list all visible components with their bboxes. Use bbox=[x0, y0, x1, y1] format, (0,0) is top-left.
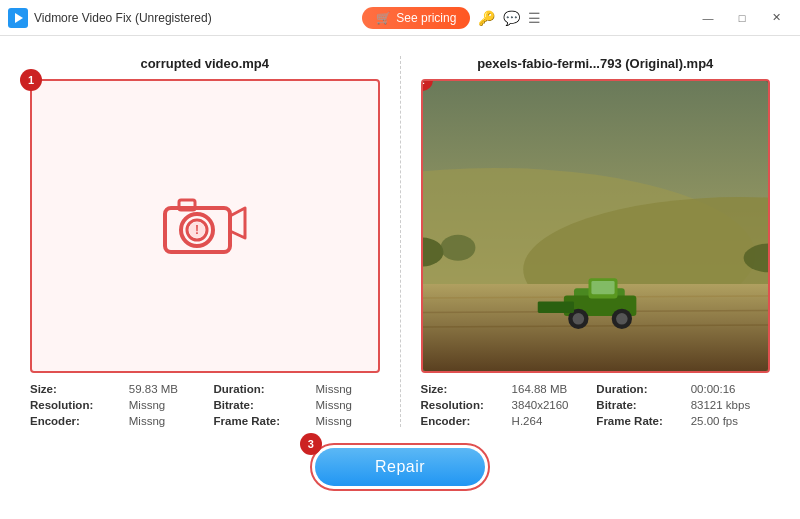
left-size-label: Size: bbox=[30, 383, 121, 395]
titlebar-left: Vidmore Video Fix (Unregistered) bbox=[8, 8, 212, 28]
titlebar: Vidmore Video Fix (Unregistered) 🛒 See p… bbox=[0, 0, 800, 36]
main-content: corrupted video.mp4 1 ! bbox=[0, 36, 800, 519]
right-panel: pexels-fabio-fermi...793 (Original).mp4 … bbox=[400, 56, 771, 427]
cart-icon: 🛒 bbox=[376, 11, 391, 25]
left-resolution-label: Resolution: bbox=[30, 399, 121, 411]
menu-icon[interactable]: ☰ bbox=[528, 10, 541, 26]
right-framerate-label: Frame Rate: bbox=[596, 415, 682, 427]
right-panel-title: pexels-fabio-fermi...793 (Original).mp4 bbox=[421, 56, 771, 71]
right-bitrate-value: 83121 kbps bbox=[691, 399, 770, 411]
right-framerate-value: 25.00 fps bbox=[691, 415, 770, 427]
key-icon[interactable]: 🔑 bbox=[478, 10, 495, 26]
panels-row: corrupted video.mp4 1 ! bbox=[30, 56, 770, 427]
right-resolution-value: 3840x2160 bbox=[512, 399, 589, 411]
svg-rect-5 bbox=[179, 200, 195, 210]
left-framerate-value: Missng bbox=[316, 415, 380, 427]
pricing-label: See pricing bbox=[396, 11, 456, 25]
restore-button[interactable]: □ bbox=[726, 4, 758, 32]
right-encoder-value: H.264 bbox=[512, 415, 589, 427]
svg-rect-24 bbox=[537, 301, 573, 313]
left-encoder-value: Missng bbox=[129, 415, 206, 427]
left-bitrate-value: Missng bbox=[316, 399, 380, 411]
svg-point-21 bbox=[616, 313, 628, 325]
repair-button[interactable]: Repair bbox=[315, 448, 485, 486]
right-encoder-label: Encoder: bbox=[421, 415, 504, 427]
corrupted-video-box[interactable]: 1 ! bbox=[30, 79, 380, 373]
video-thumbnail-svg bbox=[423, 81, 769, 371]
left-metadata: Size: 59.83 MB Duration: Missng Resoluti… bbox=[30, 383, 380, 427]
svg-point-20 bbox=[572, 313, 584, 325]
right-size-label: Size: bbox=[421, 383, 504, 395]
bottom-area: 3 Repair bbox=[30, 427, 770, 499]
svg-marker-6 bbox=[230, 208, 245, 238]
minimize-button[interactable]: — bbox=[692, 4, 724, 32]
see-pricing-button[interactable]: 🛒 See pricing bbox=[362, 7, 470, 29]
svg-rect-23 bbox=[591, 281, 614, 294]
window-controls: — □ ✕ bbox=[692, 4, 792, 32]
badge-1: 1 bbox=[20, 69, 42, 91]
app-logo-icon bbox=[8, 8, 28, 28]
titlebar-center: 🛒 See pricing 🔑 💬 ☰ bbox=[362, 7, 541, 29]
app-title: Vidmore Video Fix (Unregistered) bbox=[34, 11, 212, 25]
svg-point-26 bbox=[440, 235, 475, 261]
right-duration-label: Duration: bbox=[596, 383, 682, 395]
left-panel-title: corrupted video.mp4 bbox=[30, 56, 380, 71]
left-duration-value: Missng bbox=[316, 383, 380, 395]
left-encoder-label: Encoder: bbox=[30, 415, 121, 427]
right-bitrate-label: Bitrate: bbox=[596, 399, 682, 411]
badge-3: 3 bbox=[300, 433, 322, 455]
right-duration-value: 00:00:16 bbox=[691, 383, 770, 395]
left-bitrate-label: Bitrate: bbox=[214, 399, 308, 411]
left-duration-label: Duration: bbox=[214, 383, 308, 395]
left-framerate-label: Frame Rate: bbox=[214, 415, 308, 427]
right-metadata: Size: 164.88 MB Duration: 00:00:16 Resol… bbox=[421, 383, 771, 427]
close-button[interactable]: ✕ bbox=[760, 4, 792, 32]
right-resolution-label: Resolution: bbox=[421, 399, 504, 411]
left-panel: corrupted video.mp4 1 ! bbox=[30, 56, 400, 427]
left-size-value: 59.83 MB bbox=[129, 383, 206, 395]
chat-icon[interactable]: 💬 bbox=[503, 10, 520, 26]
repair-container: 3 Repair bbox=[310, 443, 490, 491]
svg-text:!: ! bbox=[195, 223, 199, 237]
broken-camera-icon: ! bbox=[155, 186, 255, 266]
original-video-preview[interactable]: 2 bbox=[421, 79, 771, 373]
right-size-value: 164.88 MB bbox=[512, 383, 589, 395]
left-resolution-value: Missng bbox=[129, 399, 206, 411]
